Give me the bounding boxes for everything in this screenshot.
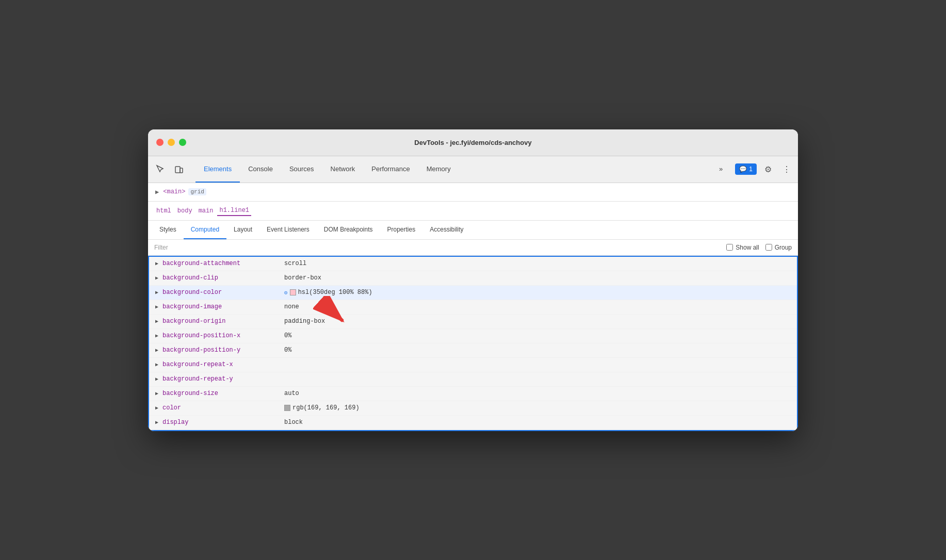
breadcrumb-main[interactable]: <main> bbox=[160, 187, 188, 196]
svg-rect-1 bbox=[180, 168, 183, 173]
prop-row-background-position-x: ▶ background-position-x 0% bbox=[149, 329, 797, 343]
path-html[interactable]: html bbox=[154, 206, 173, 216]
path-h1[interactable]: h1.line1 bbox=[217, 206, 251, 216]
sub-tab-bar: Styles Computed Layout Event Listeners D… bbox=[148, 221, 798, 240]
prop-value-background-position-x: 0% bbox=[284, 332, 291, 339]
subtab-layout[interactable]: Layout bbox=[226, 221, 259, 239]
path-main[interactable]: main bbox=[197, 206, 216, 216]
expand-icon-background-position-x[interactable]: ▶ bbox=[153, 333, 160, 339]
filter-options: Show all Group bbox=[726, 244, 792, 251]
chat-icon: 💬 bbox=[739, 166, 747, 173]
dom-breadcrumb: ▶ <main> grid bbox=[148, 183, 798, 202]
subtab-computed[interactable]: Computed bbox=[184, 221, 226, 239]
window-title: DevTools - jec.fyi/demo/cds-anchovy bbox=[414, 139, 531, 146]
prop-row-background-origin: ▶ background-origin padding-box bbox=[149, 315, 797, 329]
group-checkbox-label[interactable]: Group bbox=[765, 244, 792, 251]
subtab-styles[interactable]: Styles bbox=[152, 221, 184, 239]
more-options-icon[interactable]: ⋮ bbox=[779, 162, 794, 176]
prop-value-background-size: auto bbox=[284, 390, 299, 397]
close-button[interactable] bbox=[156, 139, 164, 146]
prop-row-background-clip: ▶ background-clip border-box bbox=[149, 271, 797, 286]
group-checkbox[interactable] bbox=[765, 244, 772, 251]
expand-icon-color[interactable]: ▶ bbox=[153, 405, 160, 411]
prop-name-background-repeat-y: background-repeat-y bbox=[162, 375, 276, 383]
prop-name-display: display bbox=[162, 419, 276, 426]
prop-row-background-size: ▶ background-size auto bbox=[149, 387, 797, 401]
settings-icon[interactable]: ⚙ bbox=[761, 162, 775, 176]
subtab-accessibility[interactable]: Accessibility bbox=[422, 221, 470, 239]
expand-icon-display[interactable]: ▶ bbox=[153, 419, 160, 425]
subtab-properties[interactable]: Properties bbox=[380, 221, 423, 239]
expand-icon-background-repeat-y[interactable]: ▶ bbox=[153, 376, 160, 382]
title-bar: DevTools - jec.fyi/demo/cds-anchovy bbox=[148, 129, 798, 156]
show-all-checkbox[interactable] bbox=[726, 244, 733, 251]
color-swatch-background-color[interactable] bbox=[290, 289, 296, 295]
subtab-dom-breakpoints[interactable]: DOM Breakpoints bbox=[317, 221, 380, 239]
show-all-checkbox-label[interactable]: Show all bbox=[726, 244, 759, 251]
filter-input[interactable] bbox=[154, 244, 718, 251]
properties-wrapper: ▶ background-attachment scroll ▶ backgro… bbox=[148, 256, 798, 431]
breadcrumb-class-tag: grid bbox=[188, 188, 206, 195]
prop-name-background-image: background-image bbox=[162, 303, 276, 310]
traffic-lights bbox=[156, 139, 186, 146]
prop-name-background-attachment: background-attachment bbox=[162, 260, 276, 267]
expand-icon-background-clip[interactable]: ▶ bbox=[153, 275, 160, 281]
subtab-event-listeners[interactable]: Event Listeners bbox=[259, 221, 317, 239]
expand-icon-background-image[interactable]: ▶ bbox=[153, 304, 160, 310]
prop-name-color: color bbox=[162, 404, 276, 411]
tab-bar-right: » 💬 1 ⚙ ⋮ bbox=[711, 156, 794, 183]
expand-icon-background-repeat-x[interactable]: ▶ bbox=[153, 361, 160, 368]
prop-name-background-position-x: background-position-x bbox=[162, 332, 276, 339]
prop-value-background-color: ⊙ hsl(350deg 100% 88%) bbox=[284, 289, 372, 296]
toolbar-buttons bbox=[152, 161, 187, 177]
prop-name-background-repeat-x: background-repeat-x bbox=[162, 361, 276, 368]
svg-rect-0 bbox=[175, 167, 180, 173]
tab-more[interactable]: » bbox=[711, 156, 731, 183]
tab-performance[interactable]: Performance bbox=[363, 156, 418, 183]
tab-elements[interactable]: Elements bbox=[195, 156, 240, 183]
maximize-button[interactable] bbox=[179, 139, 186, 146]
prop-row-background-attachment: ▶ background-attachment scroll bbox=[149, 257, 797, 271]
prop-name-background-position-y: background-position-y bbox=[162, 347, 276, 354]
prop-row-background-image: ▶ background-image none bbox=[149, 300, 797, 315]
breadcrumb-arrow: ▶ bbox=[155, 188, 159, 196]
prop-value-background-position-y: 0% bbox=[284, 347, 291, 354]
prop-value-background-attachment: scroll bbox=[284, 260, 306, 267]
color-value-text: hsl(350deg 100% 88%) bbox=[298, 289, 372, 296]
prop-value-background-image: none bbox=[284, 303, 299, 310]
prop-name-background-color: background-color bbox=[162, 289, 276, 296]
prop-row-background-repeat-y: ▶ background-repeat-y bbox=[149, 372, 797, 387]
expand-icon-background-origin[interactable]: ▶ bbox=[153, 318, 160, 324]
minimize-button[interactable] bbox=[168, 139, 175, 146]
expand-icon-background-attachment[interactable]: ▶ bbox=[153, 260, 160, 267]
prop-value-display: block bbox=[284, 419, 303, 426]
expand-icon-background-color[interactable]: ▶ bbox=[153, 289, 160, 295]
prop-row-color: ▶ color rgb(169, 169, 169) bbox=[149, 401, 797, 416]
element-path: html body main h1.line1 bbox=[148, 202, 798, 221]
prop-value-background-clip: border-box bbox=[284, 274, 321, 282]
chat-badge-button[interactable]: 💬 1 bbox=[735, 163, 757, 175]
computed-properties-list: ▶ background-attachment scroll ▶ backgro… bbox=[148, 256, 798, 431]
color-swatch-color[interactable] bbox=[284, 405, 290, 411]
main-tab-bar: Elements Console Sources Network Perform… bbox=[148, 156, 798, 183]
prop-name-background-size: background-size bbox=[162, 390, 276, 397]
tab-memory[interactable]: Memory bbox=[418, 156, 459, 183]
tab-sources[interactable]: Sources bbox=[281, 156, 322, 183]
device-mode-icon[interactable] bbox=[171, 161, 187, 177]
linked-property-icon[interactable]: ⊙ bbox=[284, 289, 288, 296]
tab-network[interactable]: Network bbox=[322, 156, 364, 183]
prop-row-background-position-y: ▶ background-position-y 0% bbox=[149, 343, 797, 358]
tab-console[interactable]: Console bbox=[240, 156, 281, 183]
prop-name-background-clip: background-clip bbox=[162, 274, 276, 282]
devtools-window: DevTools - jec.fyi/demo/cds-anchovy Elem… bbox=[148, 129, 798, 431]
expand-icon-background-size[interactable]: ▶ bbox=[153, 390, 160, 397]
prop-row-background-repeat-x: ▶ background-repeat-x bbox=[149, 358, 797, 372]
prop-name-background-origin: background-origin bbox=[162, 318, 276, 325]
color-rgb-text: rgb(169, 169, 169) bbox=[292, 404, 360, 411]
path-body[interactable]: body bbox=[175, 206, 194, 216]
inspector-icon[interactable] bbox=[152, 161, 169, 177]
expand-icon-background-position-y[interactable]: ▶ bbox=[153, 347, 160, 353]
prop-value-color: rgb(169, 169, 169) bbox=[284, 404, 360, 411]
prop-row-background-color: ▶ background-color ⊙ hsl(350deg 100% 88%… bbox=[149, 286, 797, 300]
filter-bar: Show all Group bbox=[148, 240, 798, 256]
